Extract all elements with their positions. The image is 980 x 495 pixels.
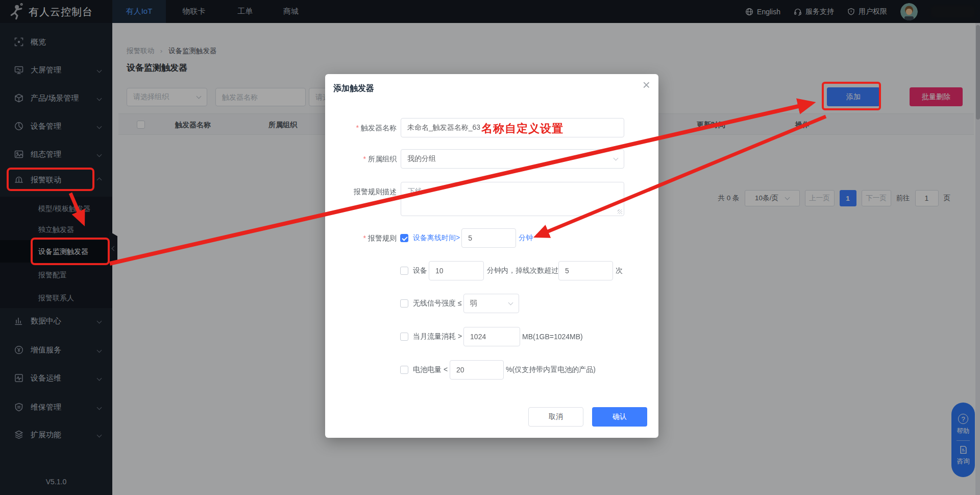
- required-asterisk: *: [363, 155, 366, 163]
- organization-select[interactable]: 我的分组: [401, 149, 624, 169]
- drop-window-minutes-input[interactable]: [429, 261, 484, 280]
- field-trigger-name: *触发器名称: [325, 118, 624, 137]
- offline-minutes-input[interactable]: [461, 228, 516, 248]
- rule-monthly-traffic: 当月流量消耗 > MB(1GB=1024MB): [400, 327, 583, 346]
- confirm-button[interactable]: 确认: [592, 407, 647, 427]
- traffic-rule-checkbox[interactable]: [400, 333, 408, 341]
- required-asterisk: *: [356, 124, 359, 132]
- chevron-down-icon: [508, 300, 513, 305]
- required-asterisk: *: [363, 234, 366, 242]
- field-organization: *所属组织 我的分组: [325, 149, 624, 169]
- chevron-down-icon: [614, 156, 619, 161]
- battery-percent-input[interactable]: [450, 360, 504, 380]
- rule-offline-time: 设备离线时间> 分钟: [400, 228, 533, 248]
- offline-unit-label: 分钟: [519, 233, 533, 243]
- rule-drop-count: 设备 分钟内，掉线次数超过 次: [400, 261, 623, 280]
- cancel-button[interactable]: 取消: [528, 407, 583, 427]
- rule-signal-strength: 无线信号强度 ≤ 弱: [400, 294, 519, 313]
- battery-rule-checkbox[interactable]: [400, 366, 408, 374]
- signal-rule-checkbox[interactable]: [400, 299, 408, 308]
- traffic-mb-input[interactable]: [463, 327, 520, 346]
- rule-description-textarea[interactable]: 下线: [401, 182, 624, 216]
- resize-grip-icon[interactable]: [618, 209, 622, 214]
- offline-rule-checkbox[interactable]: [400, 234, 408, 242]
- field-alarm-rules: *报警规则: [325, 228, 397, 248]
- field-rule-description: 报警规则描述 下线: [325, 182, 624, 216]
- trigger-name-input[interactable]: [401, 118, 624, 137]
- drop-rule-checkbox[interactable]: [400, 267, 408, 275]
- drop-count-input[interactable]: [558, 261, 613, 280]
- offline-rule-label: 设备离线时间>: [413, 233, 460, 243]
- add-trigger-modal: 添加触发器 × *触发器名称 *所属组织 我的分组 报警规则描述 下线 *报警规…: [325, 74, 658, 438]
- close-icon[interactable]: ×: [643, 78, 650, 91]
- rule-battery-level: 电池电量 < %(仅支持带内置电池的产品): [400, 360, 596, 380]
- signal-strength-select[interactable]: 弱: [463, 294, 519, 313]
- modal-title: 添加触发器: [333, 83, 374, 94]
